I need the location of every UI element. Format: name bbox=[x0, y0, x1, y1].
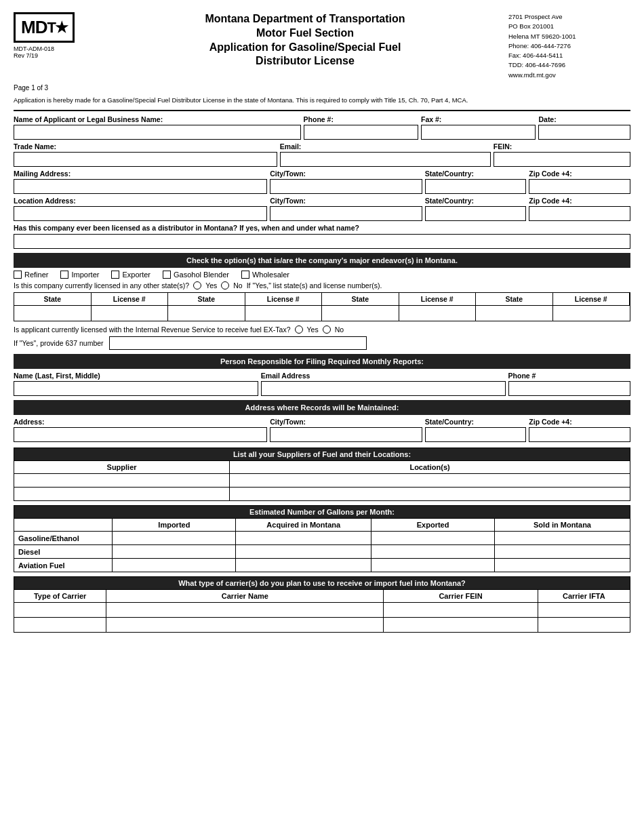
aviation-imported-input[interactable] bbox=[113, 559, 236, 572]
mailing-row: Mailing Address: City/Town: State/Countr… bbox=[14, 170, 630, 194]
gasoline-exported-input[interactable] bbox=[371, 532, 495, 545]
importer-checkbox[interactable] bbox=[60, 271, 68, 279]
records-zip-input[interactable] bbox=[529, 427, 630, 442]
title-area: Montana Department of Transportation Mot… bbox=[102, 12, 508, 68]
gasoline-acquired-input[interactable] bbox=[236, 532, 371, 545]
state1-input[interactable] bbox=[14, 306, 92, 321]
carrier-fein-2[interactable] bbox=[384, 618, 538, 633]
gallons-imported-col: Imported bbox=[113, 519, 236, 532]
mailing-label: Mailing Address: bbox=[14, 170, 267, 178]
location-input[interactable] bbox=[14, 206, 267, 221]
supplier-cell-2[interactable] bbox=[14, 488, 230, 501]
carrier-name-1[interactable] bbox=[106, 603, 384, 618]
applicant-row: Name of Applicant or Legal Business Name… bbox=[14, 115, 630, 140]
num637-input[interactable] bbox=[109, 336, 367, 350]
carrier-question: What type of carrier(s) do you plan to u… bbox=[14, 577, 630, 590]
records-row: Address: City/Town: State/Country: Zip C… bbox=[14, 418, 630, 442]
licensed-mt-input[interactable] bbox=[14, 234, 630, 249]
wholesaler-option[interactable]: Wholesaler bbox=[241, 271, 289, 279]
col-state1: State bbox=[14, 293, 92, 306]
mailing-input[interactable] bbox=[14, 179, 267, 194]
carrier-name-2[interactable] bbox=[106, 618, 384, 633]
carrier-type-1[interactable] bbox=[14, 603, 106, 618]
gasohol-option[interactable]: Gasohol Blender bbox=[163, 271, 229, 279]
exporter-checkbox[interactable] bbox=[111, 271, 119, 279]
records-state-input[interactable] bbox=[425, 427, 527, 442]
exporter-option[interactable]: Exporter bbox=[111, 271, 150, 279]
trade-input[interactable] bbox=[14, 152, 277, 167]
refiner-option[interactable]: Refiner bbox=[14, 271, 48, 279]
licensed-states-question: Is this company currently licensed in an… bbox=[14, 281, 189, 290]
email-input[interactable] bbox=[280, 152, 491, 167]
location-cell-2[interactable] bbox=[230, 488, 630, 501]
gasoline-sold-input[interactable] bbox=[495, 532, 630, 545]
wholesaler-label: Wholesaler bbox=[252, 271, 289, 279]
fein-group: FEIN: bbox=[494, 142, 630, 167]
fein-input[interactable] bbox=[494, 152, 630, 167]
aviation-exported-input[interactable] bbox=[371, 559, 495, 572]
records-address-input[interactable] bbox=[14, 427, 267, 442]
gasohol-checkbox[interactable] bbox=[163, 271, 171, 279]
state3-input[interactable] bbox=[322, 306, 399, 321]
carrier-table: What type of carrier(s) do you plan to u… bbox=[14, 576, 630, 633]
mailing-state-input[interactable] bbox=[425, 179, 527, 194]
licensed-mt-section: Has this company ever been licensed as a… bbox=[14, 224, 630, 249]
supplier-cell-1[interactable] bbox=[14, 474, 230, 488]
gallons-gasoline-label: Gasoline/Ethanol bbox=[14, 532, 113, 545]
monthly-fields-row: Name (Last, First, Middle) Email Address… bbox=[14, 372, 630, 396]
aviation-acquired-input[interactable] bbox=[236, 559, 371, 572]
license4-input[interactable] bbox=[553, 306, 630, 321]
location-state-input[interactable] bbox=[425, 206, 527, 221]
applicant-input[interactable] bbox=[14, 125, 301, 140]
carrier-fein-1[interactable] bbox=[384, 603, 538, 618]
license1-input[interactable] bbox=[92, 306, 169, 321]
state4-input[interactable] bbox=[476, 306, 553, 321]
location-city-label: City/Town: bbox=[270, 197, 422, 205]
licensed-yes-radio[interactable] bbox=[193, 281, 201, 290]
logo-star-icon: T★ bbox=[47, 19, 66, 37]
reports-email-input[interactable] bbox=[261, 381, 506, 396]
location-cell-1[interactable] bbox=[230, 474, 630, 488]
date-input[interactable] bbox=[538, 125, 630, 140]
carrier-type-col: Type of Carrier bbox=[14, 590, 106, 603]
diesel-exported-input[interactable] bbox=[371, 545, 495, 559]
carrier-ifta-2[interactable] bbox=[538, 618, 630, 633]
fax-input[interactable] bbox=[421, 125, 536, 140]
wholesaler-checkbox[interactable] bbox=[241, 271, 249, 279]
date-group: Date: bbox=[538, 115, 630, 140]
phone-input[interactable] bbox=[304, 125, 418, 140]
num637-row: If "Yes", provide 637 number bbox=[14, 336, 630, 350]
importer-option[interactable]: Importer bbox=[60, 271, 99, 279]
mailing-zip-input[interactable] bbox=[529, 179, 630, 194]
mailing-city-input[interactable] bbox=[270, 179, 422, 194]
col-state3: State bbox=[322, 293, 399, 306]
license3-input[interactable] bbox=[399, 306, 477, 321]
reports-phone-input[interactable] bbox=[508, 381, 630, 396]
reports-phone-label: Phone # bbox=[508, 372, 630, 380]
col-state4: State bbox=[476, 293, 553, 306]
records-city-input[interactable] bbox=[270, 427, 422, 442]
reports-name-input[interactable] bbox=[14, 381, 258, 396]
state-license-table: State License # State License # State Li… bbox=[14, 292, 630, 321]
diesel-acquired-input[interactable] bbox=[236, 545, 371, 559]
licensed-yes-label: Yes bbox=[205, 281, 217, 290]
gallons-exported-col: Exported bbox=[371, 519, 495, 532]
license2-input[interactable] bbox=[245, 306, 323, 321]
carrier-ifta-1[interactable] bbox=[538, 603, 630, 618]
ex-tax-row: Is applicant currently licensed with the… bbox=[14, 325, 630, 334]
carrier-type-2[interactable] bbox=[14, 618, 106, 633]
state2-input[interactable] bbox=[168, 306, 245, 321]
gasoline-imported-input[interactable] bbox=[113, 532, 236, 545]
diesel-imported-input[interactable] bbox=[113, 545, 236, 559]
diesel-sold-input[interactable] bbox=[495, 545, 630, 559]
licensed-no-radio[interactable] bbox=[221, 281, 229, 290]
refiner-checkbox[interactable] bbox=[14, 271, 22, 279]
ex-tax-no-radio[interactable] bbox=[323, 325, 331, 334]
location-zip-input[interactable] bbox=[529, 206, 630, 221]
ex-tax-yes-radio[interactable] bbox=[295, 325, 303, 334]
fein-label: FEIN: bbox=[494, 142, 630, 151]
mailing-city-group: City/Town: bbox=[270, 170, 422, 194]
location-city-input[interactable] bbox=[270, 206, 422, 221]
aviation-sold-input[interactable] bbox=[495, 559, 630, 572]
contact-address: 2701 Prospect Ave PO Box 201001 Helena M… bbox=[508, 12, 630, 80]
